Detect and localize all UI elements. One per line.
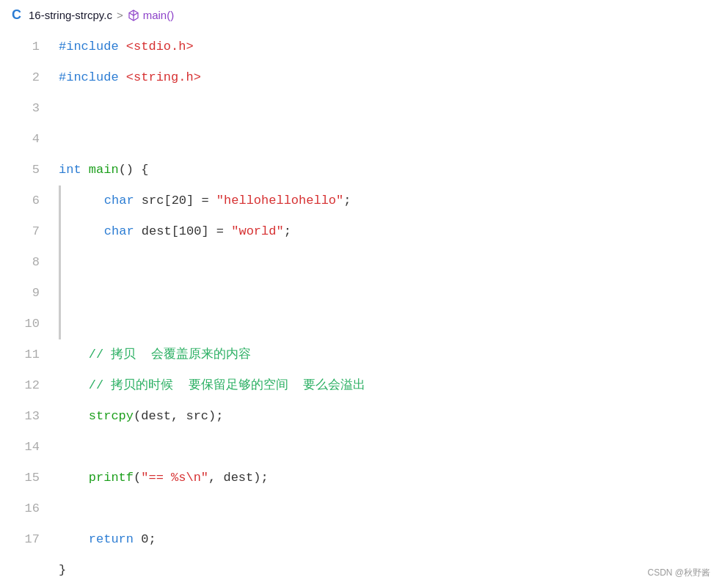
- semi-6: ;: [343, 185, 351, 216]
- line-num-13: 13: [15, 401, 40, 432]
- line-num-8: 8: [15, 247, 40, 278]
- scope-line-6: [59, 185, 61, 216]
- return-val: 0;: [134, 524, 156, 555]
- include-file-1: <stdio.h>: [126, 32, 194, 62]
- var-src: src[20] =: [134, 185, 216, 216]
- code-line-13: printf("== %s\n", dest);: [59, 463, 722, 493]
- code-line-6: char src[20] = "hellohellohello";: [59, 185, 722, 216]
- include-file-2: <string.h>: [126, 62, 201, 93]
- cube-icon: [128, 10, 139, 21]
- printf-format-str: "== %s\n": [141, 463, 208, 493]
- code-line-2: #include <string.h>: [59, 62, 722, 93]
- code-line-10: // 拷贝的时候 要保留足够的空间 要么会溢出: [59, 370, 722, 401]
- line-num-1: 1: [15, 32, 40, 62]
- indent-6: [74, 185, 104, 216]
- scope-line-8: [59, 247, 61, 339]
- breadcrumb-func-name: main(): [143, 9, 175, 21]
- code-line-12: [59, 432, 722, 463]
- code-line-11: strcpy(dest, src);: [59, 401, 722, 432]
- keyword-char-1: char: [104, 185, 134, 216]
- printf-paren-open: (: [134, 463, 141, 493]
- indent-7: [74, 216, 104, 247]
- code-line-14: [59, 493, 722, 524]
- code-line-7: char dest[100] = "world";: [59, 216, 722, 247]
- line-numbers: 1 2 3 4 5 6 7 8 9 10 11 12 13 14 15 16 1…: [0, 32, 51, 585]
- line-num-2: 2: [15, 62, 40, 93]
- printf-args: , dest);: [208, 463, 269, 493]
- line-num-6: 6: [15, 185, 40, 216]
- semi-7: ;: [284, 216, 291, 247]
- code-line-8: [59, 247, 722, 339]
- breadcrumb-bar: C 16-string-strcpy.c > main(): [0, 0, 722, 29]
- indent-9: [59, 339, 89, 370]
- line-num-16: 16: [15, 493, 40, 524]
- func-strcpy: strcpy: [89, 401, 134, 432]
- line-num-14: 14: [15, 432, 40, 463]
- include-keyword-2: #include: [59, 62, 126, 93]
- line-num-15: 15: [15, 463, 40, 493]
- code-line-4: [59, 124, 722, 155]
- func-printf: printf: [89, 463, 134, 493]
- code-lines: #include <stdio.h> #include <string.h> i…: [51, 32, 722, 585]
- main-parens: () {: [119, 155, 149, 185]
- strcpy-args: (dest, src);: [134, 401, 223, 432]
- comment-2: // 拷贝的时候 要保留足够的空间 要么会溢出: [89, 370, 365, 401]
- func-main: main: [89, 155, 119, 185]
- close-brace: }: [59, 555, 66, 586]
- line-num-11: 11: [15, 339, 40, 370]
- breadcrumb-function: main(): [128, 9, 175, 21]
- line-num-10: 10: [15, 309, 40, 339]
- indent-11: [59, 401, 89, 432]
- code-line-1: #include <stdio.h>: [59, 32, 722, 62]
- code-area: 1 2 3 4 5 6 7 8 9 10 11 12 13 14 15 16 1…: [0, 29, 722, 588]
- string-world: "world": [231, 216, 283, 247]
- include-keyword-1: #include: [59, 32, 126, 62]
- editor-container: C 16-string-strcpy.c > main() 1 2 3 4 5 …: [0, 0, 722, 588]
- c-language-icon: C: [12, 7, 21, 23]
- code-line-9: // 拷贝 会覆盖原来的内容: [59, 339, 722, 370]
- line-num-9: 9: [15, 278, 40, 309]
- indent-10: [59, 370, 89, 401]
- line-num-3: 3: [15, 93, 40, 124]
- line-num-12: 12: [15, 370, 40, 401]
- code-line-5: int main() {: [59, 155, 722, 185]
- breadcrumb-separator: >: [117, 9, 123, 21]
- indent-15: [59, 524, 89, 555]
- keyword-return: return: [89, 524, 134, 555]
- line-num-4: 4: [15, 124, 40, 155]
- keyword-int: int: [59, 155, 81, 185]
- code-line-16: }: [59, 555, 722, 586]
- line-num-17: 17: [15, 524, 40, 555]
- indent-13: [59, 463, 89, 493]
- watermark: CSDN @秋野酱: [647, 567, 710, 579]
- line-num-5: 5: [15, 155, 40, 185]
- breadcrumb-filename: 16-string-strcpy.c: [29, 9, 112, 21]
- comment-1: // 拷贝 会覆盖原来的内容: [89, 339, 251, 370]
- code-line-3: [59, 93, 722, 124]
- keyword-char-2: char: [104, 216, 134, 247]
- string-hello: "hellohellohello": [216, 185, 343, 216]
- space-1: [81, 155, 89, 185]
- line-num-7: 7: [15, 216, 40, 247]
- var-dest: dest[100] =: [134, 216, 232, 247]
- code-line-15: return 0;: [59, 524, 722, 555]
- scope-line-7: [59, 216, 61, 247]
